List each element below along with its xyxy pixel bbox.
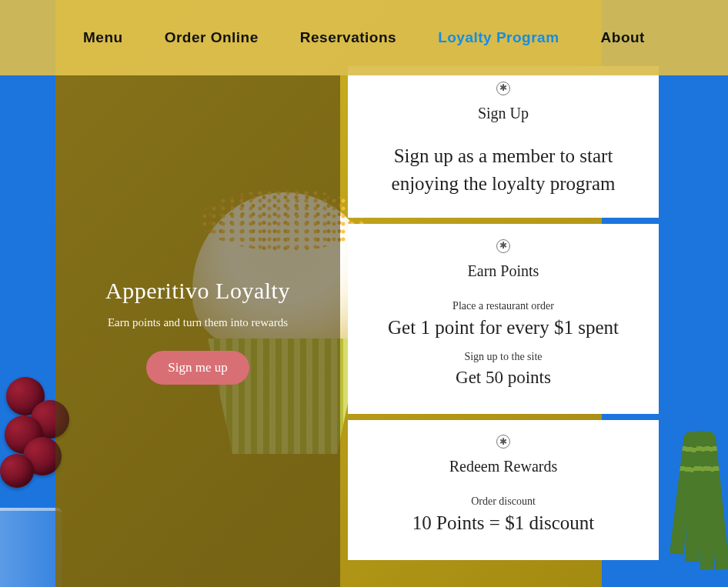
redeem-rule1-sub: Order discount: [371, 495, 636, 508]
earn-card-title: Earn Points: [371, 262, 636, 280]
nav-loyalty-program[interactable]: Loyalty Program: [438, 29, 559, 46]
earn-rule1-sub: Place a restaurant order: [371, 300, 636, 312]
earn-rule2-main: Get 50 points: [371, 368, 636, 388]
loyalty-cards: ✱ Sign Up Sign up as a member to start e…: [348, 66, 659, 560]
asterisk-icon: ✱: [496, 239, 510, 253]
signup-card-title: Sign Up: [371, 105, 636, 122]
nav-menu[interactable]: Menu: [83, 29, 123, 46]
asterisk-icon: ✱: [496, 82, 510, 95]
top-nav: Menu Order Online Reservations Loyalty P…: [0, 0, 728, 75]
asterisk-icon: ✱: [496, 435, 510, 449]
nav-reservations[interactable]: Reservations: [300, 29, 396, 46]
sign-me-up-button[interactable]: Sign me up: [146, 351, 249, 385]
signup-card-body: Sign up as a member to start enjoying th…: [371, 142, 636, 198]
redeem-rewards-card: ✱ Redeem Rewards Order discount 10 Point…: [348, 420, 659, 561]
signup-card: ✱ Sign Up Sign up as a member to start e…: [348, 66, 659, 218]
nav-order-online[interactable]: Order Online: [165, 29, 259, 46]
loyalty-hero: Apperitivo Loyalty Earn points and turn …: [55, 75, 340, 587]
hero-title: Apperitivo Loyalty: [105, 278, 290, 304]
asparagus-image: [651, 431, 728, 569]
nav-about[interactable]: About: [601, 29, 645, 46]
earn-rule1-main: Get 1 point for every $1 spent: [371, 317, 636, 339]
redeem-card-title: Redeem Rewards: [371, 458, 636, 475]
redeem-rule1-main: 10 Points = $1 discount: [371, 512, 636, 534]
earn-points-card: ✱ Earn Points Place a restaurant order G…: [348, 224, 659, 414]
hero-subtitle: Earn points and turn them into rewards: [108, 316, 288, 329]
earn-rule2-sub: Sign up to the site: [371, 351, 636, 363]
